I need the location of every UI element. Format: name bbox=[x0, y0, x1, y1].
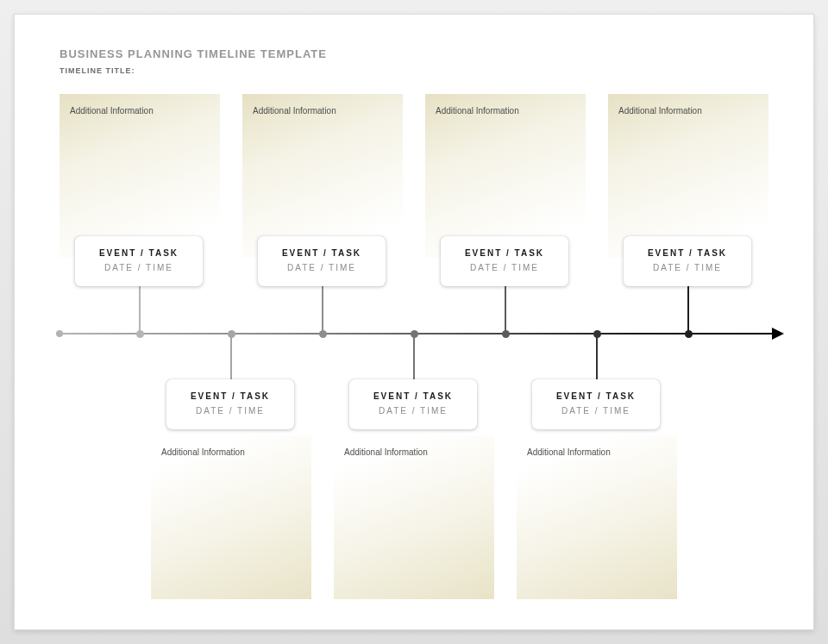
connector-dot-icon bbox=[593, 330, 601, 338]
additional-info-label: Additional Information bbox=[527, 447, 611, 457]
event-card: EVENT / TASKDATE / TIME bbox=[624, 236, 751, 286]
connector-line bbox=[505, 286, 506, 334]
connector-line bbox=[596, 334, 598, 379]
additional-info-label: Additional Information bbox=[253, 106, 336, 116]
date-time-label: DATE / TIME bbox=[75, 263, 203, 272]
additional-info-box: Additional Information bbox=[517, 435, 677, 599]
connector-dot-icon bbox=[136, 330, 144, 338]
additional-info-box: Additional Information bbox=[334, 435, 494, 599]
document-page: BUSINESS PLANNING TIMELINE TEMPLATE TIME… bbox=[14, 14, 814, 630]
date-time-label: DATE / TIME bbox=[624, 263, 751, 272]
event-task-label: EVENT / TASK bbox=[624, 248, 751, 258]
event-card: EVENT / TASKDATE / TIME bbox=[258, 236, 386, 286]
timeline-start-dot bbox=[56, 330, 63, 337]
connector-dot-icon bbox=[411, 330, 418, 338]
date-time-label: DATE / TIME bbox=[349, 406, 477, 416]
additional-info-box: Additional Information bbox=[151, 435, 311, 599]
event-card: EVENT / TASKDATE / TIME bbox=[349, 379, 477, 429]
additional-info-label: Additional Information bbox=[344, 447, 428, 457]
timeline-arrow-icon bbox=[772, 328, 784, 340]
date-time-label: DATE / TIME bbox=[258, 263, 386, 272]
connector-dot-icon bbox=[502, 330, 510, 338]
additional-info-label: Additional Information bbox=[70, 106, 154, 116]
connector-dot-icon bbox=[319, 330, 327, 338]
event-task-label: EVENT / TASK bbox=[258, 248, 386, 258]
date-time-label: DATE / TIME bbox=[441, 263, 568, 272]
event-card: EVENT / TASKDATE / TIME bbox=[441, 236, 568, 286]
event-task-label: EVENT / TASK bbox=[532, 391, 660, 401]
connector-line bbox=[413, 334, 415, 379]
additional-info-label: Additional Information bbox=[436, 106, 519, 116]
page-title: BUSINESS PLANNING TIMELINE TEMPLATE bbox=[60, 47, 327, 60]
additional-info-box: Additional Information bbox=[60, 94, 220, 258]
additional-info-label: Additional Information bbox=[161, 447, 245, 457]
event-card: EVENT / TASKDATE / TIME bbox=[532, 379, 660, 429]
connector-line bbox=[230, 334, 232, 379]
additional-info-box: Additional Information bbox=[242, 94, 403, 258]
connector-dot-icon bbox=[228, 330, 235, 338]
event-card: EVENT / TASKDATE / TIME bbox=[166, 379, 294, 429]
event-card: EVENT / TASKDATE / TIME bbox=[75, 236, 203, 286]
connector-dot-icon bbox=[685, 330, 693, 338]
timeline-title-label: TIMELINE TITLE: bbox=[60, 66, 135, 75]
event-task-label: EVENT / TASK bbox=[349, 391, 477, 401]
event-task-label: EVENT / TASK bbox=[75, 248, 203, 258]
date-time-label: DATE / TIME bbox=[532, 406, 660, 416]
additional-info-box: Additional Information bbox=[608, 94, 768, 258]
connector-line bbox=[322, 286, 323, 334]
date-time-label: DATE / TIME bbox=[166, 406, 294, 416]
additional-info-box: Additional Information bbox=[425, 94, 586, 258]
event-task-label: EVENT / TASK bbox=[166, 391, 294, 401]
event-task-label: EVENT / TASK bbox=[441, 248, 568, 258]
connector-line bbox=[687, 286, 689, 334]
connector-line bbox=[139, 286, 141, 334]
additional-info-label: Additional Information bbox=[618, 106, 702, 116]
